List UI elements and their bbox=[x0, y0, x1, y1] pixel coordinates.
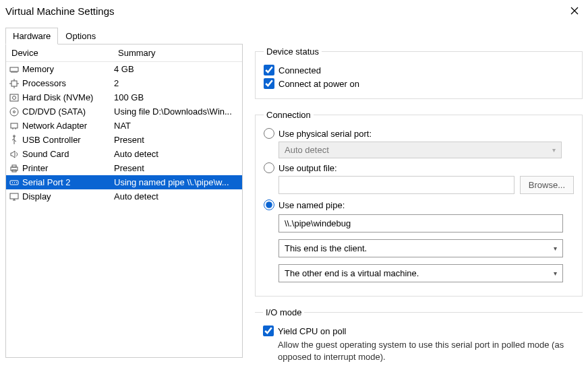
usb-icon bbox=[9, 135, 20, 146]
pipe-end2-value: The other end is a virtual machine. bbox=[285, 268, 419, 278]
use-named-pipe-radio[interactable] bbox=[264, 199, 274, 210]
device-summary: Auto detect bbox=[114, 149, 239, 159]
yield-cpu-checkbox[interactable] bbox=[263, 326, 274, 336]
col-summary-header[interactable]: Summary bbox=[113, 44, 242, 61]
device-name: Hard Disk (NVMe) bbox=[22, 92, 114, 102]
device-status-legend: Device status bbox=[264, 46, 322, 57]
svg-rect-6 bbox=[11, 123, 18, 128]
device-summary: Present bbox=[114, 163, 239, 173]
yield-cpu-checkbox-row[interactable]: Yield CPU on poll bbox=[263, 326, 575, 336]
chevron-down-icon: ▾ bbox=[552, 146, 556, 154]
device-name: CD/DVD (SATA) bbox=[22, 106, 114, 117]
connected-checkbox-row[interactable]: Connected bbox=[264, 65, 574, 75]
list-item[interactable]: Serial Port 2 Using named pipe \\.\pipe\… bbox=[6, 175, 242, 189]
device-list: Device Summary Memory 4 GB Processors 2 … bbox=[5, 44, 243, 358]
use-output-radio-row[interactable]: Use output file: bbox=[264, 162, 574, 173]
harddisk-icon bbox=[9, 92, 20, 103]
svg-point-5 bbox=[13, 111, 16, 113]
printer-icon bbox=[9, 163, 20, 174]
use-physical-label: Use physical serial port: bbox=[278, 129, 372, 139]
io-mode-group: I/O mode Yield CPU on poll Allow the gue… bbox=[255, 307, 583, 363]
svg-rect-0 bbox=[10, 67, 18, 71]
output-file-input[interactable] bbox=[278, 176, 514, 194]
device-name: Printer bbox=[22, 163, 114, 173]
browse-button[interactable]: Browse... bbox=[520, 176, 574, 194]
tab-hardware[interactable]: Hardware bbox=[5, 28, 58, 44]
list-item[interactable]: Processors 2 bbox=[6, 76, 242, 90]
tab-options[interactable]: Options bbox=[58, 28, 103, 44]
device-status-group: Device status Connected Connect at power… bbox=[255, 46, 583, 99]
device-name: Display bbox=[22, 191, 114, 202]
connection-group: Connection Use physical serial port: Aut… bbox=[255, 110, 583, 297]
chevron-down-icon: ▾ bbox=[554, 270, 557, 277]
list-item[interactable]: Hard Disk (NVMe) 100 GB bbox=[6, 90, 242, 104]
settings-tabs: Hardware Options bbox=[0, 20, 588, 44]
device-summary: Using file D:\Downloads\Win... bbox=[114, 106, 239, 117]
list-item[interactable]: CD/DVD (SATA) Using file D:\Downloads\Wi… bbox=[6, 104, 242, 119]
list-item[interactable]: Memory 4 GB bbox=[6, 62, 242, 76]
io-mode-legend: I/O mode bbox=[263, 307, 304, 317]
connected-checkbox[interactable] bbox=[264, 65, 274, 75]
list-item[interactable]: USB Controller Present bbox=[6, 133, 242, 147]
display-icon bbox=[9, 191, 20, 202]
connected-label: Connected bbox=[278, 65, 321, 75]
named-pipe-input[interactable]: \\.\pipe\windebug bbox=[278, 214, 563, 232]
physical-port-select[interactable]: Auto detect ▾ bbox=[278, 142, 562, 158]
yield-cpu-label: Yield CPU on poll bbox=[278, 326, 346, 336]
list-item[interactable]: Printer Present bbox=[6, 161, 242, 175]
col-device-header[interactable]: Device bbox=[6, 44, 113, 61]
svg-rect-1 bbox=[11, 81, 17, 86]
network-icon bbox=[9, 121, 20, 131]
device-name: Sound Card bbox=[22, 149, 114, 159]
svg-point-4 bbox=[10, 108, 18, 116]
device-summary: Using named pipe \\.\pipe\w... bbox=[114, 177, 239, 187]
list-item[interactable]: Display Auto detect bbox=[6, 189, 242, 204]
connect-poweron-checkbox-row[interactable]: Connect at power on bbox=[264, 78, 574, 89]
device-summary: Auto detect bbox=[114, 191, 239, 202]
svg-rect-9 bbox=[12, 165, 16, 167]
window-title: Virtual Machine Settings bbox=[5, 5, 114, 17]
sound-icon bbox=[9, 149, 20, 160]
svg-rect-12 bbox=[10, 193, 18, 199]
device-name: Serial Port 2 bbox=[22, 177, 114, 187]
cddvd-icon bbox=[9, 106, 20, 117]
list-item[interactable]: Network Adapter NAT bbox=[6, 119, 242, 133]
device-summary: 4 GB bbox=[114, 64, 239, 74]
processors-icon bbox=[9, 78, 20, 89]
device-name: USB Controller bbox=[22, 135, 114, 145]
close-button[interactable] bbox=[566, 4, 583, 18]
chevron-down-icon: ▾ bbox=[554, 245, 557, 252]
list-header: Device Summary bbox=[6, 44, 242, 62]
pipe-end2-select[interactable]: The other end is a virtual machine. ▾ bbox=[278, 264, 563, 282]
device-summary: 100 GB bbox=[114, 92, 239, 102]
pipe-end1-select[interactable]: This end is the client. ▾ bbox=[278, 239, 563, 257]
device-name: Network Adapter bbox=[22, 121, 114, 131]
use-output-label: Use output file: bbox=[278, 163, 337, 173]
close-icon bbox=[570, 7, 579, 15]
connect-poweron-checkbox[interactable] bbox=[264, 78, 274, 89]
memory-icon bbox=[9, 64, 20, 75]
pipe-end1-value: This end is the client. bbox=[285, 243, 367, 253]
serial-icon bbox=[9, 177, 20, 188]
device-name: Memory bbox=[22, 64, 114, 74]
use-output-radio[interactable] bbox=[264, 162, 274, 173]
connection-legend: Connection bbox=[264, 110, 314, 120]
device-summary: NAT bbox=[114, 121, 239, 131]
svg-rect-2 bbox=[10, 94, 18, 101]
physical-port-value: Auto detect bbox=[285, 145, 329, 155]
use-named-pipe-radio-row[interactable]: Use named pipe: bbox=[264, 199, 574, 210]
device-summary: Present bbox=[114, 135, 239, 145]
use-physical-radio[interactable] bbox=[264, 128, 274, 139]
connect-poweron-label: Connect at power on bbox=[278, 79, 359, 89]
use-physical-radio-row[interactable]: Use physical serial port: bbox=[264, 128, 574, 139]
list-item[interactable]: Sound Card Auto detect bbox=[6, 147, 242, 161]
yield-cpu-help: Allow the guest operating system to use … bbox=[278, 339, 575, 363]
device-summary: 2 bbox=[114, 78, 239, 88]
svg-point-3 bbox=[13, 96, 16, 99]
device-name: Processors bbox=[22, 78, 114, 88]
use-named-pipe-label: Use named pipe: bbox=[278, 200, 345, 210]
